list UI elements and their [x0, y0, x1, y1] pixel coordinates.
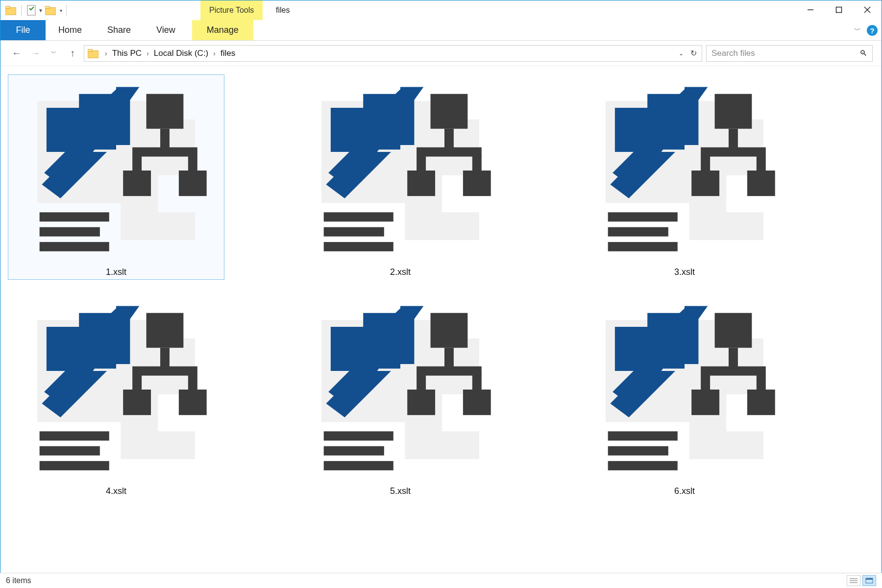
status-item-count: 6 items [6, 576, 31, 585]
address-dropdown-icon[interactable]: ⌄ [679, 50, 684, 57]
contextual-tab-label: Picture Tools [200, 0, 263, 20]
xslt-file-icon [582, 296, 787, 483]
breadcrumb-folder[interactable]: files [219, 49, 237, 58]
close-button[interactable] [853, 0, 882, 19]
forward-button[interactable]: → [28, 46, 43, 61]
file-tab[interactable]: File [0, 20, 46, 40]
xslt-file-icon [297, 77, 503, 264]
up-button[interactable]: ↑ [65, 46, 80, 61]
refresh-icon[interactable]: ↻ [690, 49, 697, 58]
properties-icon[interactable] [25, 4, 38, 17]
tab-share[interactable]: Share [95, 20, 144, 40]
recent-locations-button[interactable]: ﹀ [47, 46, 61, 61]
help-icon[interactable]: ? [867, 25, 878, 36]
window-title: files [276, 0, 290, 20]
chevron-right-icon[interactable]: › [102, 49, 110, 57]
chevron-right-icon[interactable]: › [210, 49, 219, 57]
collapse-ribbon-icon[interactable]: ﹀ [854, 26, 861, 35]
qat-customize-chevron-icon[interactable]: ▾ [60, 8, 62, 13]
search-placeholder: Search files [711, 49, 859, 58]
file-name-label: 1.xslt [106, 264, 126, 277]
chevron-right-icon[interactable]: › [144, 49, 152, 57]
tab-view[interactable]: View [144, 20, 188, 40]
window-controls [796, 0, 882, 19]
chevron-down-icon[interactable]: ▼ [38, 8, 43, 13]
file-name-label: 3.xslt [674, 264, 695, 277]
breadcrumb-drive[interactable]: Local Disk (C:) [152, 49, 210, 58]
xslt-file-icon [582, 77, 787, 264]
tab-home[interactable]: Home [46, 20, 95, 40]
title-bar: ▼ ▾ Picture Tools files [0, 0, 882, 20]
address-bar[interactable]: › This PC › Local Disk (C:) › files ⌄ ↻ [84, 45, 702, 62]
breadcrumb-this-pc[interactable]: This PC [110, 49, 144, 58]
file-item[interactable]: 2.xslt [293, 75, 508, 279]
svg-rect-2 [27, 5, 35, 15]
thumbnails-view-button[interactable] [862, 575, 876, 586]
file-name-label: 4.xslt [106, 483, 126, 496]
svg-rect-15 [866, 578, 873, 580]
file-list-area[interactable]: 1.xslt2.xslt3.xslt4.xslt5.xslt6.xslt [0, 66, 882, 573]
status-bar: 6 items [0, 573, 882, 588]
folder-icon [4, 4, 17, 17]
svg-rect-10 [88, 49, 92, 51]
search-input[interactable]: Search files 🔍︎ [706, 45, 873, 62]
new-folder-icon[interactable] [44, 4, 57, 17]
xslt-file-icon [297, 296, 503, 483]
details-view-button[interactable] [847, 575, 860, 586]
file-name-label: 5.xslt [390, 483, 411, 496]
tab-manage[interactable]: Manage [192, 20, 253, 40]
file-item[interactable]: 6.xslt [577, 294, 792, 498]
file-item[interactable]: 3.xslt [577, 75, 792, 279]
xslt-file-icon [13, 296, 219, 483]
svg-rect-1 [5, 6, 10, 9]
file-name-label: 2.xslt [390, 264, 411, 277]
file-item[interactable]: 5.xslt [293, 294, 508, 498]
quick-access-toolbar: ▼ ▾ [0, 0, 70, 20]
navigation-bar: ← → ﹀ ↑ › This PC › Local Disk (C:) › fi… [0, 41, 882, 66]
file-item[interactable]: 1.xslt [8, 75, 224, 279]
file-name-label: 6.xslt [674, 483, 695, 496]
file-item[interactable]: 4.xslt [8, 294, 224, 498]
maximize-button[interactable] [825, 0, 853, 19]
svg-rect-4 [45, 6, 49, 9]
search-icon[interactable]: 🔍︎ [859, 49, 867, 58]
ribbon-tabs: File Home Share View Manage ﹀ ? [0, 20, 882, 41]
minimize-button[interactable] [796, 0, 825, 19]
xslt-file-icon [13, 77, 219, 264]
svg-rect-6 [836, 7, 842, 13]
folder-icon [87, 48, 99, 59]
back-button[interactable]: ← [9, 46, 24, 61]
